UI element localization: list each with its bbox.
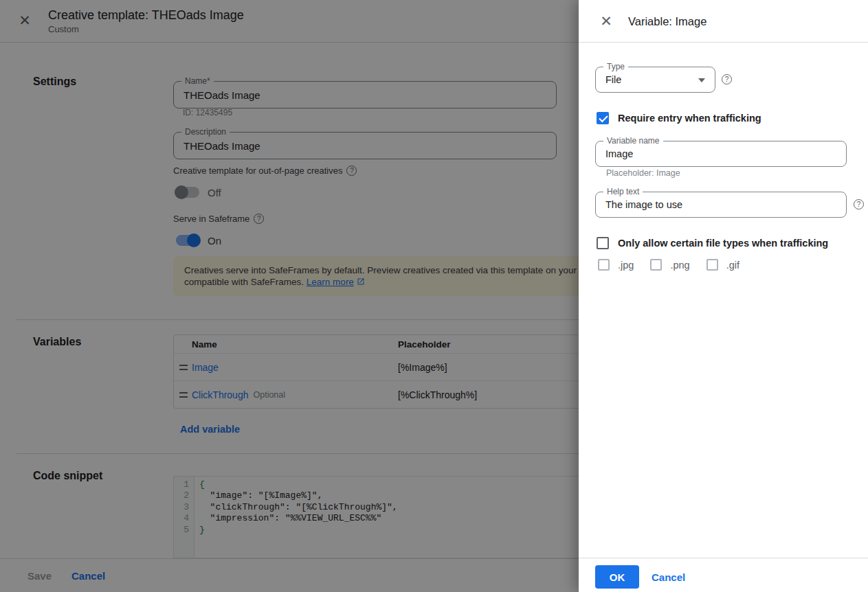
png-checkbox[interactable] (650, 259, 662, 271)
jpg-label: .jpg (618, 260, 634, 271)
require-entry-row: Require entry when trafficking (597, 112, 761, 124)
panel-header: ✕ Variable: Image (579, 0, 868, 43)
type-select[interactable]: Type File (595, 67, 715, 93)
require-entry-label: Require entry when trafficking (618, 113, 761, 124)
modal-scrim[interactable] (0, 0, 579, 592)
require-entry-checkbox[interactable] (597, 112, 609, 124)
panel-title: Variable: Image (628, 0, 706, 43)
png-label: .png (670, 260, 689, 271)
screen: ✕ Creative template: THEOads Image Custo… (0, 0, 868, 592)
jpg-checkbox[interactable] (598, 259, 610, 271)
gif-checkbox[interactable] (706, 259, 718, 271)
help-icon[interactable]: ? (854, 199, 864, 209)
panel-footer-bar: OK Cancel (579, 558, 868, 592)
panel-cancel-button[interactable]: Cancel (652, 558, 685, 592)
help-icon[interactable]: ? (722, 74, 732, 84)
variable-panel: ✕ Variable: Image Type File ? Require en… (579, 0, 868, 592)
chevron-down-icon[interactable] (698, 78, 705, 82)
variable-name-field[interactable]: Variable name (595, 141, 847, 167)
only-allow-file-types-label: Only allow certain file types when traff… (618, 238, 828, 249)
panel-close-icon[interactable]: ✕ (598, 13, 614, 30)
help-text-field[interactable]: Help text (595, 192, 847, 218)
help-text-field-label: Help text (603, 187, 643, 196)
file-types-options-row: .jpg .png .gif (598, 259, 739, 271)
placeholder-helper: Placeholder: Image (606, 168, 680, 178)
only-allow-file-types-checkbox[interactable] (597, 237, 609, 249)
type-select-label: Type (603, 62, 628, 71)
variable-name-field-label: Variable name (603, 136, 663, 146)
gif-label: .gif (726, 260, 739, 271)
ok-button[interactable]: OK (595, 565, 639, 589)
file-types-toggle-row: Only allow certain file types when traff… (597, 237, 828, 249)
